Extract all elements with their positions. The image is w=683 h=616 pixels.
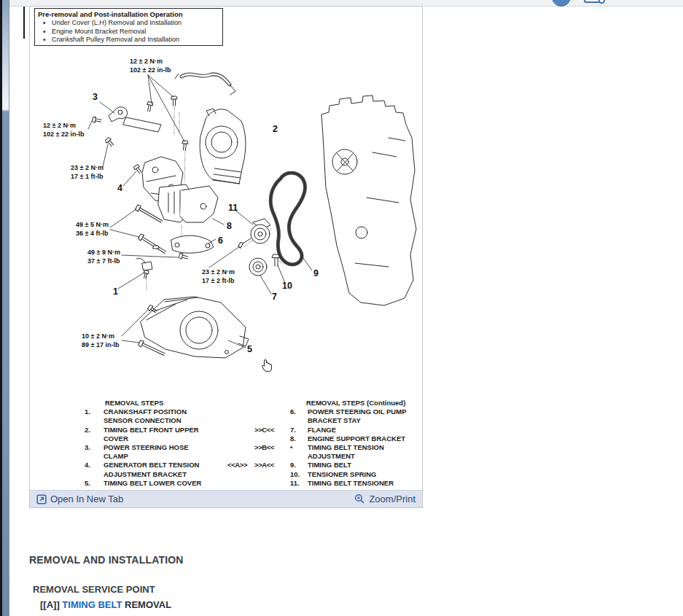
- removal-step-row: <<A>>>>A<<9.TIMING BELT: [227, 461, 422, 469]
- removal-steps-right-column: REMOVAL STEPS (Continued) 6.POWER STEERI…: [227, 399, 422, 488]
- page-title: REMOVAL AND INSTALLATION: [29, 554, 184, 566]
- step-text: TIMING BELT: [308, 461, 422, 469]
- removal-steps-header: REMOVAL STEPS: [105, 399, 219, 408]
- step-number: 11.: [285, 479, 308, 488]
- step-text: TENSIONER SPRING: [308, 470, 422, 479]
- step-number: 6.: [285, 408, 308, 416]
- step-number: 4.: [85, 461, 104, 469]
- step-text: GENERATOR BELT TENSION ADJUSTMENT BRACKE…: [104, 461, 213, 478]
- step-number: 1.: [85, 408, 104, 416]
- step-text: TIMING BELT TENSIONER: [308, 479, 422, 488]
- timing-belt-link[interactable]: TIMING BELT: [62, 599, 122, 610]
- removal-steps-left-column: REMOVAL STEPS 1.CRANKSHAFT POSITION SENS…: [85, 399, 219, 488]
- service-point-code: [[A]]: [40, 599, 60, 610]
- zoom-print-button[interactable]: Zoom/Print: [354, 494, 415, 504]
- removal-step-row: 10.TENSIONER SPRING: [227, 470, 422, 479]
- service-point-line: [[A]] TIMING BELT REMOVAL: [40, 599, 171, 610]
- removal-step-row: 5.TIMING BELT LOWER COVER: [85, 479, 219, 488]
- service-point-marker: >>A<<: [254, 461, 285, 469]
- step-text: TIMING BELT TENSION ADJUSTMENT: [308, 443, 422, 461]
- service-point-marker: >>B<<: [254, 443, 285, 452]
- zoom-print-label: Zoom/Print: [369, 494, 415, 504]
- step-number: 10.: [285, 470, 308, 479]
- service-point-marker: <<A>>: [227, 461, 254, 469]
- removal-step-row: 6.POWER STEERING OIL PUMP BRACKET STAY: [227, 408, 422, 425]
- section-heading: REMOVAL SERVICE POINT: [33, 584, 155, 595]
- step-number: 7.: [285, 426, 308, 434]
- step-text: CRANKSHAFT POSITION SENSOR CONNECTION: [104, 408, 213, 425]
- removal-steps-continued-header: REMOVAL STEPS (Continued): [306, 399, 422, 408]
- step-number: 2.: [85, 426, 104, 434]
- service-point-suffix: REMOVAL: [125, 599, 171, 610]
- vertical-scrollbar[interactable]: [2, 0, 9, 616]
- scan-edge-line: [23, 7, 25, 39]
- service-point-marker: >>C<<: [254, 426, 285, 434]
- open-in-new-tab-button[interactable]: Open In New Tab: [36, 494, 123, 504]
- step-text: POWER STEERING HOSE CLAMP: [104, 443, 213, 461]
- zoom-in-icon: [354, 494, 365, 504]
- step-number: 5.: [85, 479, 104, 488]
- step-number: •: [285, 443, 308, 452]
- step-text: ENGINE SUPPORT BRACKET: [308, 434, 422, 443]
- viewer-footer-bar: Open In New Tab Zoom/Print: [30, 490, 422, 507]
- step-text: FLANGE: [308, 426, 422, 434]
- step-number: 9.: [285, 461, 308, 469]
- open-in-new-tab-icon: [36, 494, 47, 504]
- removal-step-row: 8.ENGINE SUPPORT BRACKET: [227, 434, 422, 443]
- hand-cursor: [262, 360, 271, 372]
- removal-step-row: >>C<<7.FLANGE: [227, 426, 422, 434]
- step-number: 3.: [85, 443, 104, 452]
- step-text: POWER STEERING OIL PUMP BRACKET STAY: [308, 408, 422, 425]
- page: Pre-removal and Post-installation Operat…: [0, 0, 683, 616]
- removal-step-row: 4.GENERATOR BELT TENSION ADJUSTMENT BRAC…: [85, 461, 219, 478]
- removal-step-row: 1.CRANKSHAFT POSITION SENSOR CONNECTION: [85, 408, 219, 425]
- removal-step-row: 3.POWER STEERING HOSE CLAMP: [85, 443, 219, 461]
- step-text: TIMING BELT FRONT UPPER COVER: [104, 426, 213, 443]
- manual-viewer-panel: Pre-removal and Post-installation Operat…: [29, 6, 423, 508]
- step-text: TIMING BELT LOWER COVER: [104, 479, 213, 488]
- removal-step-row: >>B<<•TIMING BELT TENSION ADJUSTMENT: [227, 443, 422, 461]
- removal-step-row: 11.TIMING BELT TENSIONER: [227, 479, 422, 488]
- open-in-new-tab-label: Open In New Tab: [50, 494, 123, 504]
- removal-step-row: 2.TIMING BELT FRONT UPPER COVER: [85, 426, 219, 443]
- step-number: 8.: [285, 434, 308, 443]
- diagram-image[interactable]: Pre-removal and Post-installation Operat…: [30, 7, 422, 490]
